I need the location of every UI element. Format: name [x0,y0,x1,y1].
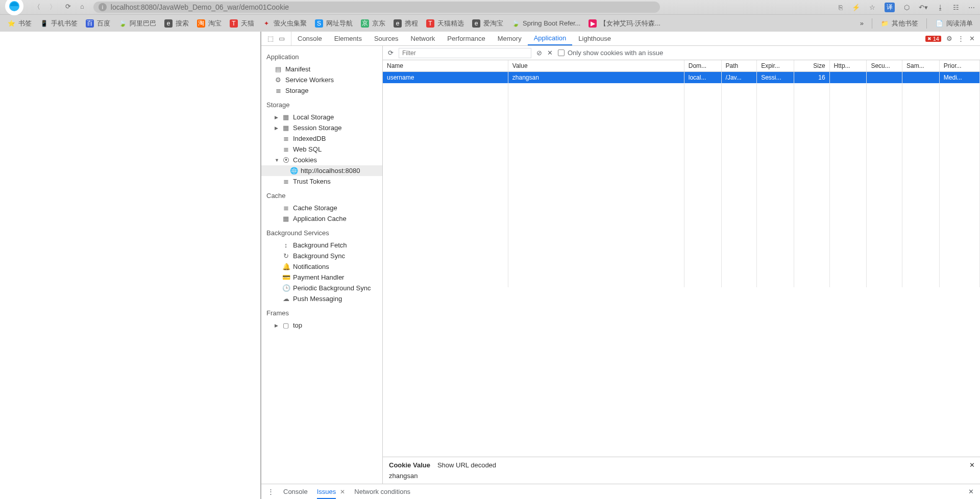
trust-tokens-item[interactable]: ≣Trust Tokens [261,176,382,187]
bookmark-item[interactable]: 百百度 [86,19,110,28]
col-1[interactable]: Value [508,60,684,72]
more-icon[interactable]: ⋮ [958,35,964,42]
bg-fetch-item[interactable]: ↕Background Fetch [261,240,382,251]
close-devtools-icon[interactable]: ✕ [969,35,975,42]
extensions-icon[interactable]: ⬡ [904,4,910,11]
bookmark-item[interactable]: ✦萤火虫集聚 [262,19,307,28]
frame-top-item[interactable]: ▶▢top [261,320,382,331]
bookmark-icon: ▶ [589,19,597,28]
bookmark-item[interactable]: 📱手机书签 [40,19,78,28]
devtools-tab-performance[interactable]: Performance [441,32,491,45]
back-button[interactable]: 〈 [34,3,40,12]
reload-button[interactable]: ⟳ [65,3,71,12]
devtools: ⬚ ▭ ConsoleElementsSourcesNetworkPerform… [261,32,980,499]
col-3[interactable]: Path [721,60,757,72]
forward-button[interactable]: 〉 [50,3,56,12]
application-cache-item[interactable]: ▦Application Cache [261,213,382,224]
close-detail-icon[interactable]: ✕ [969,461,975,469]
url-bar[interactable]: i localhost:8080/JavaWeb_Demo_06_war/dem… [93,2,660,13]
star-icon[interactable]: ☆ [869,4,875,11]
inspect-element-icon[interactable]: ⬚ [267,35,274,42]
bookmark-item[interactable]: e搜索 [164,19,189,28]
local-storage-item[interactable]: ▶▦Local Storage [261,112,382,122]
devtools-tab-sources[interactable]: Sources [368,32,405,45]
col-0[interactable]: Name [383,60,508,72]
home-button[interactable]: ⌂ [80,3,84,12]
cookie-row[interactable]: usernamezhangsanlocal.../Jav...Sessi...1… [383,72,980,84]
periodic-sync-item[interactable]: 🕒Periodic Background Sync [261,283,382,293]
grid-icon: ▦ [282,215,289,222]
cookie-origin-item[interactable]: 🌐http://localhost:8080 [261,165,382,176]
bookmark-item[interactable]: e携程 [394,19,418,28]
bookmark-item[interactable]: e爱淘宝 [472,19,503,28]
devtools-tab-memory[interactable]: Memory [492,32,528,45]
drawer-tab-console[interactable]: Console [283,488,308,495]
bookmark-item[interactable]: 京京东 [361,19,385,28]
bookmark-item[interactable]: ▶【女神艾玛·沃特森... [589,19,660,28]
error-badge[interactable]: 14 [925,36,941,42]
device-toggle-icon[interactable]: ▭ [279,35,285,42]
bookmark-item[interactable]: 淘淘宝 [197,19,222,28]
clear-filter-icon[interactable]: ✕ [547,49,553,57]
menu-icon[interactable]: ⋯ [968,4,975,11]
devtools-tab-elements[interactable]: Elements [328,32,368,45]
bookmark-item[interactable]: 🍃Spring Boot Refer... [511,19,580,28]
refresh-icon[interactable]: ⟳ [388,49,394,57]
sidebar-icon[interactable]: ☷ [953,4,959,11]
filter-input[interactable] [399,48,531,58]
bookmark-item[interactable]: T天猫精选 [426,19,464,28]
cache-storage-item[interactable]: ≣Cache Storage [261,203,382,213]
col-6[interactable]: Http... [829,60,867,72]
col-9[interactable]: Prior... [939,60,979,72]
drawer-tab-network-conditions[interactable]: Network conditions [354,488,410,495]
devtools-tab-console[interactable]: Console [291,32,328,45]
col-8[interactable]: Sam... [902,60,940,72]
site-info-icon[interactable]: i [99,3,107,11]
bookmark-item[interactable]: S网址导航 [315,19,353,28]
cookies-table[interactable]: NameValueDom...PathExpir...SizeHttp...Se… [383,60,980,457]
bookmark-item[interactable]: T天猫 [230,19,254,28]
service-workers-item[interactable]: ⚙Service Workers [261,74,382,85]
translate-button[interactable]: 译 [885,3,895,12]
bookmark-icon: 百 [86,19,94,28]
drawer-menu-icon[interactable]: ⋮ [267,488,274,495]
storage-item[interactable]: ≣Storage [261,85,382,96]
cookies-item[interactable]: ▼⦿Cookies [261,155,382,165]
manifest-item[interactable]: ▤Manifest [261,64,382,74]
indexeddb-item[interactable]: ≣IndexedDB [261,133,382,144]
bg-sync-item[interactable]: ↻Background Sync [261,251,382,261]
session-storage-item[interactable]: ▶▦Session Storage [261,122,382,133]
settings-icon[interactable]: ⚙ [946,35,952,42]
share-icon[interactable]: ⎘ [839,4,843,11]
expand-icon[interactable]: ▶ [275,115,279,120]
collapse-icon[interactable]: ▼ [275,158,279,163]
col-7[interactable]: Secu... [867,60,902,72]
col-5[interactable]: Size [794,60,829,72]
expand-icon[interactable]: ▶ [275,323,279,328]
websql-item[interactable]: ≣Web SQL [261,144,382,155]
download-icon[interactable]: ⭳ [937,4,944,11]
notifications-item[interactable]: 🔔Notifications [261,261,382,272]
devtools-tab-lighthouse[interactable]: Lighthouse [572,32,617,45]
devtools-tab-application[interactable]: Application [528,32,573,45]
only-issue-checkbox[interactable]: Only show cookies with an issue [558,49,663,57]
other-bookmarks[interactable]: 📁其他书签 [880,19,918,28]
col-2[interactable]: Dom... [684,60,721,72]
devtools-tab-network[interactable]: Network [405,32,442,45]
bookmarks-overflow[interactable]: » [860,19,864,27]
clear-all-icon[interactable]: ⊘ [536,49,542,57]
close-drawer-icon[interactable]: ✕ [968,488,974,495]
reading-list[interactable]: 📄阅读清单 [935,19,973,28]
bookmark-icon: ⭐ [7,19,15,28]
push-messaging-item[interactable]: ☁Push Messaging [261,293,382,304]
url-decoded-checkbox[interactable]: Show URL decoded [437,461,496,469]
col-4[interactable]: Expir... [757,60,794,72]
payment-handler-item[interactable]: 💳Payment Handler [261,272,382,283]
undo-icon[interactable]: ↶▾ [919,4,928,11]
flash-icon[interactable]: ⚡ [852,4,860,11]
bookmark-item[interactable]: ⭐书签 [7,19,32,28]
bookmark-item[interactable]: 🍃阿里巴巴 [118,19,156,28]
close-tab-icon[interactable]: ✕ [340,488,345,495]
expand-icon[interactable]: ▶ [275,126,279,131]
drawer-tab-issues[interactable]: Issues [317,488,336,495]
